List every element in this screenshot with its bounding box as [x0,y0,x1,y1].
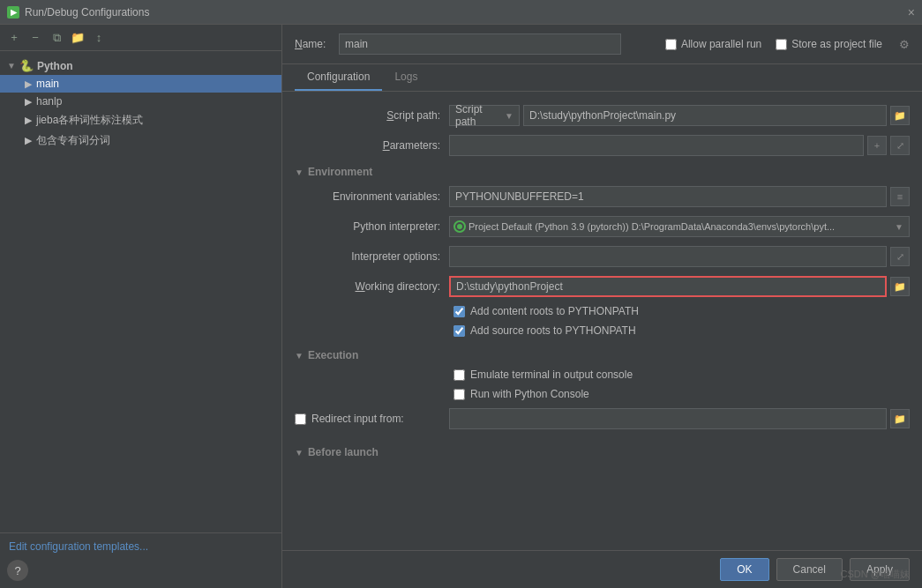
folder-config-button[interactable]: 📁 [69,29,86,47]
interpreter-value: Project Default (Python 3.9 (pytorch)) D… [468,221,835,232]
working-dir-browse-button[interactable]: 📁 [890,277,910,296]
working-dir-input[interactable] [449,276,887,297]
allow-parallel-checkbox[interactable] [665,39,677,50]
parameters-label: Parameters: [295,139,449,152]
working-dir-row: Working directory: 📁 [295,272,910,301]
allow-parallel-checkbox-label[interactable]: Allow parallel run [665,38,761,50]
dialog-body: + − ⧉ 📁 ↕ ▼ 🐍 Python ▶ main [0,25,922,588]
config-run-icon: ▶ [25,78,32,90]
add-content-roots-checkbox[interactable] [454,306,465,317]
dialog-icon: ▶ [7,6,19,19]
interpreter-status-icon [455,222,464,231]
interpreter-label: Python interpreter: [295,220,449,233]
interpreter-options-field: ⤢ [449,246,910,267]
redirect-input-row: Redirect input from: 📁 [295,404,910,434]
before-launch-chevron-icon: ▼ [295,448,304,458]
python-group-label: Python [37,60,73,72]
run-debug-dialog: ▶ Run/Debug Configurations × + − ⧉ 📁 ↕ ▼… [0,0,922,588]
script-path-row: Script path: Script path ▼ 📁 [295,100,910,130]
edit-templates-link-container: Edit configuration templates... [0,532,281,560]
redirect-input-field: 📁 [449,408,910,429]
python-chevron-icon: ▼ [7,61,16,71]
config-content: Script path: Script path ▼ 📁 Paramet [282,92,922,550]
interpreter-options-input[interactable] [449,246,887,267]
store-as-project-checkbox-label[interactable]: Store as project file [776,38,882,50]
working-dir-field: 📁 [449,276,910,297]
env-vars-input[interactable] [449,186,887,207]
store-gear-icon[interactable]: ⚙ [899,38,910,51]
sort-config-button[interactable]: ↕ [90,29,108,47]
tree-item-baohan[interactable]: ▶ 包含专有词分词 [0,130,281,151]
config-run-icon-3: ▶ [25,115,32,126]
python-group: ▼ 🐍 Python ▶ main ▶ hanlp ▶ jieba各种词性 [0,55,281,153]
before-launch-section-title: Before launch [308,446,379,458]
interpreter-options-row: Interpreter options: ⤢ [295,242,910,272]
tab-configuration[interactable]: Configuration [295,64,382,91]
tree-item-hanlp[interactable]: ▶ hanlp [0,93,281,110]
redirect-input-label: Redirect input from: [295,413,449,425]
redirect-input-input[interactable] [449,408,887,429]
script-path-label: Script path: [295,109,449,122]
store-as-project-checkbox[interactable] [776,39,787,50]
title-bar: ▶ Run/Debug Configurations × [0,0,922,25]
run-python-console-row: Run with Python Console [295,384,910,404]
interpreter-row: Python interpreter: Project Default (Pyt… [295,212,910,242]
environment-section-header[interactable]: ▼ Environment [295,160,910,182]
execution-section-header[interactable]: ▼ Execution [295,344,910,365]
interpreter-options-expand-button[interactable]: ⤢ [890,247,910,266]
environment-chevron-icon: ▼ [295,167,304,177]
script-path-dropdown[interactable]: Script path ▼ [449,105,520,126]
tree-item-main[interactable]: ▶ main [0,75,281,93]
tab-logs[interactable]: Logs [382,64,430,91]
dialog-footer: OK Cancel Apply [282,550,922,588]
cancel-button[interactable]: Cancel [776,558,843,581]
dropdown-arrow-icon: ▼ [505,111,513,121]
watermark: CSDN @喵喵妹 [841,568,910,581]
tree-item-jieba[interactable]: ▶ jieba各种词性标注模式 [0,110,281,130]
execution-section: ▼ Execution Emulate terminal in output c… [295,344,910,434]
config-run-icon-2: ▶ [25,96,32,108]
python-group-icon: 🐍 [19,59,34,72]
script-path-browse-button[interactable]: 📁 [890,106,910,125]
config-run-icon-4: ▶ [25,135,32,146]
script-path-field: Script path ▼ 📁 [449,105,910,126]
name-label: Name: [295,38,330,50]
add-config-button[interactable]: + [5,29,23,47]
parameters-expand-button[interactable]: + [867,136,887,155]
right-panel: Name: Allow parallel run Store as projec… [282,25,922,588]
run-python-console-label[interactable]: Run with Python Console [454,388,589,400]
name-input[interactable] [339,33,621,55]
remove-config-button[interactable]: − [26,29,44,47]
script-path-input[interactable] [523,105,887,126]
interpreter-arrow-icon: ▼ [895,222,903,232]
name-row: Name: Allow parallel run Store as projec… [282,25,922,64]
copy-config-button[interactable]: ⧉ [48,29,65,47]
interpreter-dropdown[interactable]: Project Default (Python 3.9 (pytorch)) D… [449,216,910,237]
parameters-input[interactable] [449,135,864,156]
env-vars-button[interactable]: ≡ [890,187,910,206]
edit-templates-link[interactable]: Edit configuration templates... [9,540,148,553]
ok-button[interactable]: OK [720,558,768,581]
interpreter-field: Project Default (Python 3.9 (pytorch)) D… [449,216,910,237]
before-launch-section-header[interactable]: ▼ Before launch [295,441,910,462]
python-group-header[interactable]: ▼ 🐍 Python [0,56,281,75]
add-content-roots-row: Add content roots to PYTHONPATH [295,301,910,321]
redirect-input-checkbox[interactable] [295,413,306,425]
emulate-terminal-checkbox[interactable] [454,369,465,381]
top-checkboxes: Allow parallel run Store as project file… [665,38,910,51]
left-panel: + − ⧉ 📁 ↕ ▼ 🐍 Python ▶ main [0,25,282,588]
execution-chevron-icon: ▼ [295,351,304,361]
parameters-folder-button[interactable]: ⤢ [890,136,910,155]
dialog-title: Run/Debug Configurations [25,6,149,19]
working-dir-label: Working directory: [295,280,449,293]
redirect-input-browse-button[interactable]: 📁 [890,409,910,428]
add-content-roots-label[interactable]: Add content roots to PYTHONPATH [454,305,639,317]
run-python-console-checkbox[interactable] [454,389,465,400]
close-button[interactable]: × [908,5,915,19]
emulate-terminal-label[interactable]: Emulate terminal in output console [454,368,633,381]
add-source-roots-label[interactable]: Add source roots to PYTHONPATH [454,324,636,337]
add-source-roots-row: Add source roots to PYTHONPATH [295,321,910,340]
help-button[interactable]: ? [7,560,28,581]
add-source-roots-checkbox[interactable] [454,325,465,337]
interpreter-options-label: Interpreter options: [295,250,449,263]
